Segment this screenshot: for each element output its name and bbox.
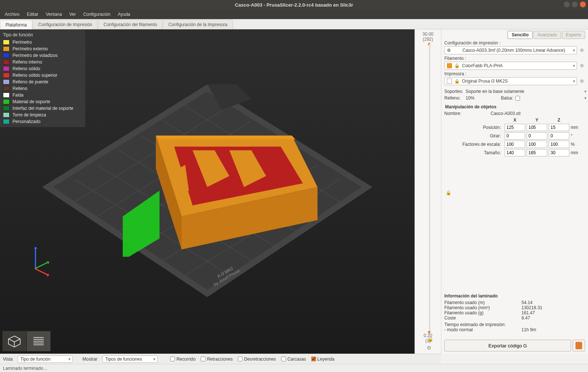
rotate-z[interactable]: [549, 132, 569, 140]
mode-expert[interactable]: Experto: [562, 31, 585, 39]
size-y[interactable]: [527, 149, 547, 156]
travel-checkbox[interactable]: [170, 357, 175, 361]
raft-checkbox[interactable]: [515, 96, 520, 101]
tab-plater[interactable]: Plataforma: [0, 20, 32, 29]
close-button[interactable]: [580, 1, 586, 7]
view-select[interactable]: Tipo de función: [18, 355, 73, 363]
shells-checkbox[interactable]: [281, 357, 286, 361]
filament-color-icon: [447, 63, 452, 68]
legend-item: Perímetro de voladizos: [12, 53, 58, 58]
legend-item: Relleno sólido superior: [12, 73, 57, 78]
menu-file[interactable]: Archivo: [1, 10, 23, 18]
printer-label: Impresora :: [444, 71, 585, 76]
svg-line-29: [8, 339, 14, 342]
axis-gizmo: [31, 243, 53, 269]
mode-advanced[interactable]: Avanzado: [533, 31, 561, 39]
infill-select[interactable]: 10%▾: [466, 95, 491, 101]
size-label: Tamaño:: [444, 150, 503, 155]
z-column: Z: [549, 118, 569, 123]
legend-item: Personalizado: [12, 119, 40, 124]
infill-label: Relleno:: [444, 95, 463, 101]
menu-window[interactable]: Ventana: [42, 10, 65, 18]
slider-lock-icon[interactable]: 🔓: [427, 336, 433, 342]
view-label: Vista: [3, 357, 12, 362]
unretractions-checkbox[interactable]: [238, 357, 243, 361]
gear-icon: ⚙: [447, 48, 451, 53]
scale-x[interactable]: [505, 141, 525, 148]
window-title: Casco-A003 - PrusaSlicer-2.2.0-rc4 basad…: [235, 2, 353, 8]
legend-item: Relleno de puente: [12, 79, 48, 84]
slider-gear-icon[interactable]: ⚙: [427, 345, 431, 351]
menubar: Archivo Editar Ventana Ver Configuración…: [0, 10, 588, 19]
menu-view[interactable]: Ver: [66, 10, 79, 18]
supports-label: Soportes:: [444, 89, 463, 94]
printer-select[interactable]: 🔒 Original Prusa i3 MK2S ▾: [444, 77, 577, 85]
right-panel: Sencillo Avanzado Experto Configuración …: [441, 29, 588, 354]
chevron-down-icon: ▾: [573, 79, 575, 84]
filament-select[interactable]: 🔒 ColorFabb PLA-PHA ▾: [444, 62, 577, 70]
show-label: Mostrar: [82, 357, 97, 362]
filament-label: Filamento :: [444, 56, 585, 61]
lock-icon: 🔒: [454, 63, 460, 68]
scale-lock-icon[interactable]: 🔒: [446, 190, 451, 195]
legend-item: Relleno sólido: [12, 66, 40, 71]
view-layers-button[interactable]: [26, 331, 51, 351]
maximize-button[interactable]: [572, 1, 578, 7]
raft-label: Balsa:: [501, 95, 513, 101]
size-x[interactable]: [505, 149, 525, 156]
rotate-label: Girar:: [444, 133, 503, 138]
statusbar: Laminado terminado…: [0, 364, 588, 372]
show-select[interactable]: Tipos de funciones: [103, 355, 158, 363]
position-x[interactable]: [505, 124, 525, 131]
layer-slider[interactable]: 30.00 (292) ▲ ▼ 0.20 (1) 🔓 ⚙: [415, 29, 441, 354]
rotate-y[interactable]: [527, 132, 547, 140]
export-gcode-button[interactable]: Exportar código G: [444, 340, 571, 351]
status-text: Laminado terminado…: [3, 366, 47, 371]
legend-item: Perímetro externo: [12, 46, 48, 51]
view-3d-button[interactable]: [2, 331, 26, 351]
mode-simple[interactable]: Sencillo: [508, 31, 533, 39]
svg-marker-17: [123, 191, 159, 257]
x-column: X: [505, 118, 525, 123]
print-settings-select[interactable]: ⚙ Casco-A003.3mf (0.20mm 100mms Linear A…: [444, 46, 577, 54]
legend-item: Torre de limpieza: [12, 112, 46, 118]
sliced-info: Información del laminado Filamento usado…: [444, 293, 585, 332]
filament-gear-icon[interactable]: ⚙: [578, 63, 585, 68]
tab-printer-settings[interactable]: Configuración de la Impresora: [163, 19, 233, 29]
lock-icon: 🔒: [454, 79, 460, 84]
main-tabs: Plataforma Configuración de Impresión Co…: [0, 19, 588, 29]
position-z[interactable]: [549, 124, 569, 131]
printer-gear-icon[interactable]: ⚙: [578, 79, 585, 84]
export-sd-button[interactable]: [573, 340, 585, 351]
legend-item: Falda: [12, 93, 24, 98]
tab-filament-settings[interactable]: Configuración del filamento: [98, 19, 162, 29]
menu-edit[interactable]: Editar: [24, 10, 42, 18]
print-settings-gear-icon[interactable]: ⚙: [578, 48, 585, 53]
object-name-label: Nombre:: [444, 111, 488, 116]
print-settings-label: Configuración de impresión :: [444, 40, 585, 46]
chevron-down-icon: ▾: [573, 63, 575, 68]
rotate-x[interactable]: [505, 132, 525, 140]
y-column: Y: [527, 118, 547, 123]
sd-card-icon: [576, 342, 582, 349]
supports-select[interactable]: Soporte en la base solamente▾: [466, 89, 585, 94]
svg-line-30: [14, 339, 20, 342]
retractions-checkbox[interactable]: [201, 357, 205, 361]
scale-z[interactable]: [549, 141, 569, 148]
legend-item: Relleno interno: [12, 59, 42, 65]
legend-item: Perímetro: [12, 40, 32, 45]
3d-viewport[interactable]: A i3 MK2 by Josef Prusa: [0, 29, 415, 354]
legend-title: Tipo de función: [0, 32, 85, 39]
size-z[interactable]: [549, 149, 569, 156]
minimize-button[interactable]: [564, 1, 570, 7]
slider-top-value: 30.00: [422, 32, 433, 37]
scale-y[interactable]: [527, 141, 547, 148]
svg-marker-24: [156, 136, 295, 139]
position-y[interactable]: [527, 124, 547, 131]
scale-label: Factores de escala:: [444, 142, 503, 147]
tab-print-settings[interactable]: Configuración de Impresión: [33, 19, 98, 29]
legend-checkbox[interactable]: [311, 357, 316, 361]
legend-item: Material de soporte: [12, 99, 50, 104]
menu-config[interactable]: Configuración: [80, 10, 114, 18]
menu-help[interactable]: Ayuda: [114, 10, 133, 18]
